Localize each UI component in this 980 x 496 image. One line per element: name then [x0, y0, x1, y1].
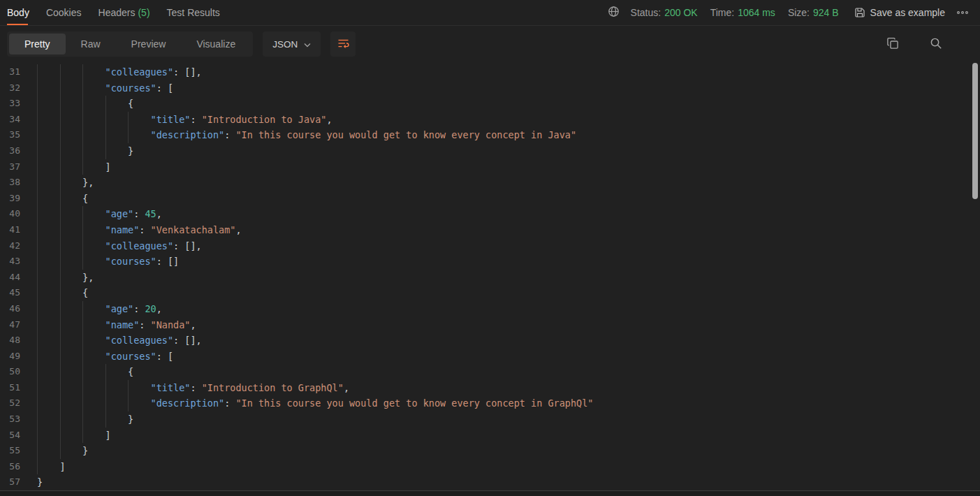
- indent-guide: [60, 364, 83, 380]
- code-line: 34"title": "Introduction to Java",: [0, 112, 980, 128]
- code-line: 37]: [0, 159, 980, 175]
- response-tabs: Body Cookies Headers (5) Test Results: [7, 0, 228, 25]
- view-preview-button[interactable]: Preview: [116, 34, 182, 54]
- code-token-p: ]: [60, 459, 66, 475]
- indent-guide: [82, 301, 105, 317]
- view-visualize-button[interactable]: Visualize: [181, 34, 251, 54]
- line-number: 40: [0, 206, 37, 222]
- code-token-p: }: [82, 443, 88, 459]
- line-number: 57: [0, 474, 37, 490]
- line-number: 36: [0, 143, 37, 159]
- indent-guide: [37, 143, 60, 159]
- indent-guide: [37, 127, 60, 143]
- code-token-p: : [],: [173, 64, 202, 80]
- indent-guide: [82, 395, 105, 411]
- code-token-p: :: [133, 301, 145, 317]
- indent-guide: [37, 317, 60, 333]
- tab-cookies[interactable]: Cookies: [38, 0, 90, 25]
- more-options-icon: [956, 7, 969, 18]
- code-line: 39{: [0, 191, 980, 207]
- indent-guide: [37, 80, 60, 96]
- language-select[interactable]: JSON: [263, 31, 321, 57]
- line-number: 32: [0, 80, 37, 96]
- view-mode-switcher: Pretty Raw Preview Visualize: [7, 31, 253, 57]
- code-token-k: "courses": [105, 349, 156, 365]
- indent-guide: [82, 333, 105, 349]
- indent-guide: [37, 443, 60, 459]
- indent-guide: [82, 96, 105, 112]
- code-token-p: {: [128, 364, 133, 380]
- code-line: 50{: [0, 364, 980, 380]
- tab-headers[interactable]: Headers (5): [90, 0, 159, 25]
- code-line: 33{: [0, 96, 980, 112]
- indent-guide: [37, 285, 60, 301]
- indent-guide: [105, 96, 129, 112]
- code-token-p: ,: [344, 380, 349, 396]
- chevron-down-icon: [304, 39, 311, 50]
- view-raw-button[interactable]: Raw: [66, 34, 116, 54]
- search-body-button[interactable]: [927, 34, 945, 54]
- indent-guide: [60, 254, 83, 270]
- code-token-p: {: [128, 96, 133, 112]
- size-label: Size:: [788, 7, 810, 18]
- indent-guide: [105, 395, 129, 411]
- indent-guide: [60, 191, 83, 207]
- indent-guide: [60, 96, 83, 112]
- indent-guide: [82, 64, 105, 80]
- view-pretty-button[interactable]: Pretty: [9, 34, 66, 54]
- network-globe-icon[interactable]: [608, 6, 620, 20]
- code-line: 56]: [0, 459, 980, 475]
- indent-guide: [37, 380, 60, 396]
- code-token-k: "title": [151, 380, 191, 396]
- code-token-p: ]: [105, 159, 111, 175]
- code-token-s: "In this course you would get to know ev…: [235, 395, 593, 411]
- save-as-example-button[interactable]: Save as example: [851, 4, 948, 21]
- code-line: 52"description": "In this course you wou…: [0, 395, 980, 411]
- code-token-p: }: [128, 143, 133, 159]
- code-token-p: : [: [156, 80, 173, 96]
- line-number: 54: [0, 428, 37, 444]
- indent-guide: [60, 395, 83, 411]
- language-select-value: JSON: [272, 39, 298, 50]
- copy-body-button[interactable]: [884, 34, 902, 54]
- vertical-scrollbar[interactable]: [971, 63, 979, 489]
- code-token-p: : [: [156, 349, 173, 365]
- wrap-lines-toggle[interactable]: [330, 31, 356, 57]
- wrap-lines-icon: [337, 38, 349, 51]
- code-token-k: "description": [151, 127, 225, 143]
- indent-guide: [105, 380, 129, 396]
- code-token-p: ,: [156, 301, 162, 317]
- indent-guide: [105, 127, 129, 143]
- tab-body-label: Body: [7, 7, 29, 18]
- code-token-k: "age": [105, 206, 134, 222]
- status-label: Status:: [631, 7, 661, 18]
- code-token-p: }: [128, 411, 133, 428]
- line-number: 46: [0, 301, 37, 317]
- more-options-button[interactable]: [953, 4, 972, 21]
- code-token-k: "colleagues": [105, 333, 174, 349]
- tab-body[interactable]: Body: [7, 0, 38, 25]
- body-view-toolbar: Pretty Raw Preview Visualize JSON: [0, 26, 980, 62]
- line-number: 44: [0, 270, 37, 286]
- code-token-k: "name": [105, 222, 140, 238]
- indent-guide: [37, 301, 60, 317]
- line-number: 34: [0, 112, 37, 128]
- scrollbar-thumb[interactable]: [972, 63, 978, 199]
- indent-guide: [37, 159, 60, 175]
- indent-guide: [37, 64, 60, 80]
- indent-guide: [60, 238, 83, 254]
- line-number: 35: [0, 127, 37, 143]
- line-number: 38: [0, 175, 37, 191]
- code-token-p: :: [139, 222, 150, 238]
- code-line: 46"age": 20,: [0, 301, 980, 317]
- save-icon: [854, 7, 865, 18]
- indent-guide: [60, 333, 83, 349]
- tab-test-results[interactable]: Test Results: [159, 0, 228, 25]
- code-line: 38},: [0, 175, 980, 191]
- code-token-k: "courses": [105, 254, 156, 270]
- response-body-editor[interactable]: 31"colleagues": [],32"courses": [33{34"t…: [0, 63, 980, 490]
- indent-guide: [82, 159, 105, 175]
- code-line: 35"description": "In this course you wou…: [0, 127, 980, 143]
- indent-guide: [37, 395, 60, 411]
- code-token-s: "Venkatachalam": [151, 222, 236, 238]
